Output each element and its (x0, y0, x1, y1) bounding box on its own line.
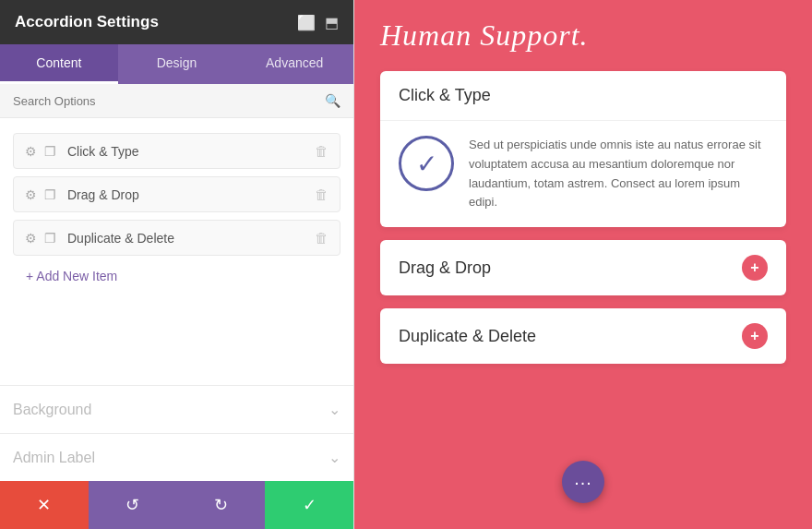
right-panel: Human Support. Click & Type ✓ Sed ut per… (354, 0, 812, 529)
collapsed-card-1-header[interactable]: Drag & Drop + (380, 240, 786, 295)
collapsed-card-2-title: Duplicate & Delete (399, 327, 536, 346)
expand-icon[interactable]: ⬜ (297, 14, 316, 31)
undo-button[interactable]: ↺ (89, 481, 177, 529)
panel-title: Accordion Settings (15, 13, 159, 31)
copy-icon-1: ❐ (44, 144, 56, 159)
tab-advanced[interactable]: Advanced (235, 44, 353, 84)
redo-button[interactable]: ↻ (177, 481, 266, 529)
left-panel: Accordion Settings ⬜ ⬒ Content Design Ad… (0, 0, 354, 529)
search-bar: 🔍 (0, 84, 353, 118)
columns-icon[interactable]: ⬒ (325, 14, 339, 31)
background-chevron: ⌄ (328, 401, 340, 418)
copy-icon-2: ❐ (44, 187, 56, 202)
items-list: ⚙ ❐ Click & Type 🗑 ⚙ ❐ Drag & Drop 🗑 ⚙ ❐… (0, 118, 353, 385)
item-icons-left-2: ⚙ ❐ (25, 187, 56, 202)
panel-header-icons: ⬜ ⬒ (297, 14, 339, 31)
search-icon: 🔍 (325, 93, 340, 108)
gear-icon-3: ⚙ (25, 231, 37, 246)
admin-label-chevron: ⌄ (328, 449, 340, 466)
gear-icon-2: ⚙ (25, 187, 37, 202)
item-icons-left-3: ⚙ ❐ (25, 231, 56, 246)
item-label-1: Click & Type (67, 144, 315, 159)
accordion-item-1[interactable]: ⚙ ❐ Click & Type 🗑 (13, 133, 340, 169)
accordion-item-3[interactable]: ⚙ ❐ Duplicate & Delete 🗑 (13, 220, 340, 256)
admin-label-section[interactable]: Admin Label ⌄ (0, 433, 353, 481)
open-card-body: ✓ Sed ut perspiciatis unde omnis iste au… (380, 121, 786, 227)
gear-icon-1: ⚙ (25, 144, 37, 159)
open-card-text: Sed ut perspiciatis unde omnis iste au n… (469, 136, 768, 212)
search-input[interactable] (13, 94, 317, 108)
checkmark-icon: ✓ (399, 136, 454, 191)
open-card-header[interactable]: Click & Type (380, 71, 786, 121)
background-label: Background (13, 402, 91, 418)
copy-icon-3: ❐ (44, 231, 56, 246)
expand-card-1-icon[interactable]: + (742, 255, 768, 281)
collapsed-card-2-header[interactable]: Duplicate & Delete + (380, 308, 786, 364)
collapsed-card-2: Duplicate & Delete + (380, 308, 786, 364)
save-button[interactable]: ✓ (265, 481, 353, 529)
item-icons-left-1: ⚙ ❐ (25, 144, 56, 159)
right-panel-header: Human Support. (380, 18, 786, 53)
collapsed-card-1-title: Drag & Drop (399, 258, 491, 278)
delete-icon-1[interactable]: 🗑 (315, 143, 328, 159)
open-card-title: Click & Type (399, 86, 491, 105)
accordion-item-2[interactable]: ⚙ ❐ Drag & Drop 🗑 (13, 176, 340, 212)
close-button[interactable]: ✕ (0, 481, 89, 529)
item-label-2: Drag & Drop (67, 187, 315, 202)
delete-icon-2[interactable]: 🗑 (315, 186, 328, 202)
bottom-toolbar: ✕ ↺ ↻ ✓ (0, 481, 353, 529)
fab-button[interactable]: ··· (562, 461, 604, 503)
add-new-item-button[interactable]: + Add New Item (13, 263, 340, 298)
tab-design[interactable]: Design (118, 44, 236, 84)
admin-label-text: Admin Label (13, 450, 95, 466)
background-section[interactable]: Background ⌄ (0, 385, 353, 433)
delete-icon-3[interactable]: 🗑 (315, 230, 328, 246)
open-card: Click & Type ✓ Sed ut perspiciatis unde … (380, 71, 786, 227)
expand-card-2-icon[interactable]: + (742, 323, 768, 349)
tabs-bar: Content Design Advanced (0, 44, 353, 84)
tab-content[interactable]: Content (0, 44, 118, 84)
collapsed-card-1: Drag & Drop + (380, 240, 786, 295)
item-label-3: Duplicate & Delete (67, 231, 315, 246)
panel-header: Accordion Settings ⬜ ⬒ (0, 0, 353, 44)
